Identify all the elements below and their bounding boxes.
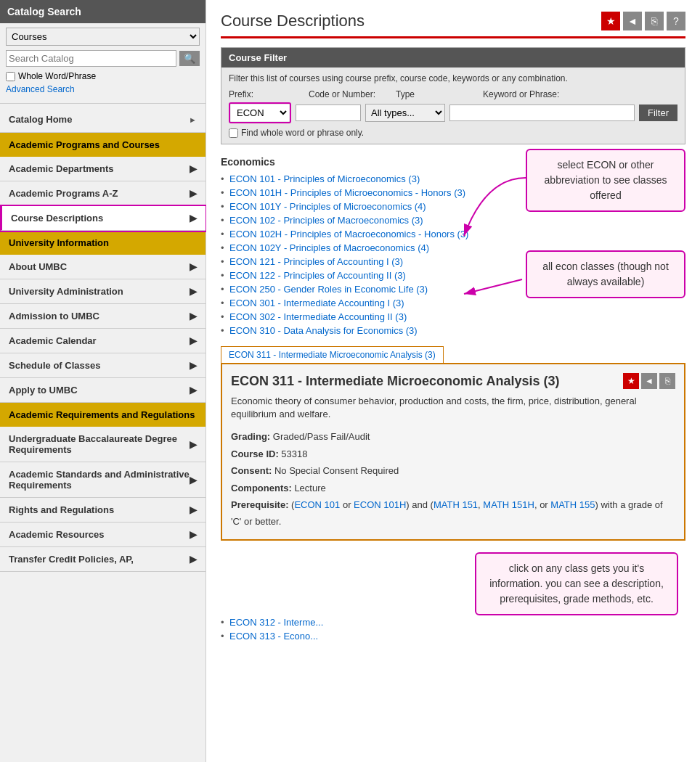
- advanced-search-link: Advanced Search: [0, 83, 205, 100]
- prereq-label: Prerequisite:: [231, 499, 291, 510]
- filter-button[interactable]: Filter: [639, 105, 677, 121]
- sidebar-section-header: University Information: [0, 231, 205, 255]
- course-link[interactable]: ECON 102Y - Principles of Macroeconomics…: [229, 242, 429, 253]
- course-link[interactable]: ECON 102H - Principles of Macroeconomics…: [229, 229, 468, 239]
- detail-share-btn[interactable]: ◄: [641, 373, 657, 389]
- sidebar-nav-item[interactable]: Admission to UMBC▶: [0, 304, 205, 329]
- consent-value: No Special Consent Required: [274, 465, 399, 476]
- prereq-link-econ101[interactable]: ECON 101: [294, 499, 340, 510]
- sidebar-nav-item[interactable]: Apply to UMBC▶: [0, 378, 205, 403]
- course-description: Economic theory of consumer behavior, pr…: [231, 395, 675, 421]
- catalog-search-header: Catalog Search: [0, 0, 205, 23]
- list-item: ECON 313 - Econo...: [221, 629, 685, 643]
- list-item: ECON 310 - Data Analysis for Economics (…: [221, 324, 476, 337]
- sidebar-nav-item[interactable]: University Administration▶: [0, 279, 205, 304]
- favorite-button[interactable]: ★: [601, 12, 620, 30]
- components-value: Lecture: [294, 483, 325, 493]
- sidebar-nav-item[interactable]: Academic Departments▶: [0, 157, 205, 181]
- list-item: ECON 101 - Principles of Microeconomics …: [221, 172, 476, 186]
- arrow-icon: ▶: [190, 213, 197, 224]
- sidebar-nav-item[interactable]: Academic Standards and Administrative Re…: [0, 462, 205, 498]
- arrow-icon: ▶: [190, 504, 197, 515]
- course-detail-icons: ★ ◄ ⎘: [623, 373, 675, 389]
- consent-label: Consent:: [231, 465, 274, 476]
- catalog-home-label: Catalog Home: [9, 114, 72, 125]
- sidebar-nav-item[interactable]: Transfer Credit Policies, AP,▶: [0, 547, 205, 572]
- detail-favorite-btn[interactable]: ★: [623, 373, 639, 389]
- course-link-313[interactable]: ECON 313 - Econo...: [229, 631, 318, 642]
- sidebar-divider: [0, 103, 205, 104]
- prereq-link-math151[interactable]: MATH 151: [434, 499, 478, 510]
- whole-word-checkbox[interactable]: [6, 72, 15, 81]
- find-whole-word-label: Find whole word or phrase only.: [241, 128, 364, 138]
- sidebar-nav-item[interactable]: Course Descriptions▶: [0, 206, 205, 231]
- callout-all-econ: all econ classes (though not always avai…: [526, 250, 685, 298]
- course-link-312[interactable]: ECON 312 - Interme...: [229, 617, 323, 628]
- detail-print-btn[interactable]: ⎘: [659, 373, 675, 389]
- sidebar-item-label: Admission to UMBC: [9, 311, 99, 321]
- course-filter-header: Course Filter: [221, 48, 685, 67]
- course-link[interactable]: ECON 101Y - Principles of Microeconomics…: [229, 201, 426, 212]
- course-link[interactable]: ECON 121 - Principles of Accounting I (3…: [229, 256, 403, 267]
- course-link[interactable]: ECON 250 - Gender Roles in Economic Life…: [229, 284, 428, 295]
- sidebar-item-label: Academic Programs A-Z: [9, 188, 118, 199]
- course-id-row: Course ID: 53318: [231, 446, 675, 462]
- list-item: ECON 301 - Intermediate Accounting I (3): [221, 296, 476, 310]
- grading-label: Grading:: [231, 431, 273, 442]
- sidebar-section-header: Academic Programs and Courses: [0, 133, 205, 157]
- prereq-link-econ101h[interactable]: ECON 101H: [354, 499, 406, 510]
- course-link[interactable]: ECON 122 - Principles of Accounting II (…: [229, 270, 406, 281]
- list-item: ECON 302 - Intermediate Accounting II (3…: [221, 310, 476, 324]
- arrow-svg-1: [457, 149, 529, 207]
- course-link[interactable]: ECON 302 - Intermediate Accounting II (3…: [229, 311, 407, 322]
- arrow-icon: ▶: [190, 439, 197, 450]
- sidebar-nav-item[interactable]: Undergraduate Baccalaureate Degree Requi…: [0, 427, 205, 462]
- advanced-search-anchor[interactable]: Advanced Search: [6, 84, 75, 94]
- consent-row: Consent: No Special Consent Required: [231, 462, 675, 479]
- sidebar-nav-item[interactable]: Academic Resources▶: [0, 523, 205, 547]
- course-detail-tab[interactable]: ECON 311 - Intermediate Microeconomic An…: [221, 346, 444, 363]
- course-link[interactable]: ECON 102 - Principles of Macroeconomics …: [229, 215, 423, 226]
- sidebar-item-catalog-home[interactable]: Catalog Home ►: [0, 107, 205, 133]
- arrow-icon: ▶: [190, 554, 197, 565]
- sidebar-item-label: Academic Calendar: [9, 335, 97, 346]
- prefix-select[interactable]: ECON MATH CMSC BIOL: [231, 105, 289, 121]
- search-button[interactable]: 🔍: [179, 51, 200, 66]
- list-item: ECON 121 - Principles of Accounting I (3…: [221, 255, 476, 269]
- sidebar-nav-item[interactable]: Schedule of Classes▶: [0, 353, 205, 378]
- arrow-icon: ▶: [190, 475, 197, 486]
- prereq-link-math155[interactable]: MATH 155: [550, 499, 595, 510]
- sidebar-nav-item[interactable]: Rights and Regulations▶: [0, 498, 205, 523]
- page-title: Course Descriptions: [221, 12, 365, 30]
- sidebar-nav-item[interactable]: About UMBC▶: [0, 255, 205, 279]
- course-link[interactable]: ECON 310 - Data Analysis for Economics (…: [229, 325, 418, 336]
- course-detail-box: ECON 311 - Intermediate Microeconomic An…: [221, 363, 685, 541]
- prereq-link-math151h[interactable]: MATH 151H: [483, 499, 534, 510]
- search-input[interactable]: [6, 50, 176, 67]
- sidebar-nav-item[interactable]: Academic Calendar▶: [0, 329, 205, 353]
- callout-all-econ-text: all econ classes (though not always avai…: [542, 261, 669, 287]
- type-select[interactable]: All types... Lecture Lab Seminar: [365, 104, 445, 122]
- code-input[interactable]: [296, 105, 361, 121]
- arrow-icon: ▶: [190, 261, 197, 272]
- callout-select-econ-text: select ECON or other abbreviation to see…: [545, 159, 667, 201]
- print-button[interactable]: ⎘: [645, 12, 664, 30]
- keyword-input[interactable]: [449, 105, 635, 121]
- help-button[interactable]: ?: [667, 12, 685, 30]
- arrow-icon: ▶: [190, 360, 197, 371]
- share-button[interactable]: ◄: [623, 12, 642, 30]
- list-item: ECON 122 - Principles of Accounting II (…: [221, 269, 476, 282]
- course-link[interactable]: ECON 301 - Intermediate Accounting I (3): [229, 298, 404, 308]
- course-detail-title-row: ECON 311 - Intermediate Microeconomic An…: [231, 373, 675, 389]
- find-whole-word-checkbox[interactable]: [229, 128, 238, 138]
- course-link[interactable]: ECON 101H - Principles of Microeconomics…: [229, 187, 465, 198]
- arrow-icon: ▶: [190, 188, 197, 199]
- sidebar-item-label: Transfer Credit Policies, AP,: [9, 554, 134, 565]
- sidebar-nav-item[interactable]: Academic Programs A-Z▶: [0, 181, 205, 206]
- code-label: Code or Number:: [309, 89, 396, 99]
- list-item: ECON 102 - Principles of Macroeconomics …: [221, 213, 476, 227]
- course-filter-desc: Filter this list of courses using course…: [229, 73, 677, 83]
- course-link[interactable]: ECON 101 - Principles of Microeconomics …: [229, 173, 420, 184]
- arrow-icon: ▶: [190, 385, 197, 396]
- catalog-type-select[interactable]: Courses Programs All: [6, 28, 200, 46]
